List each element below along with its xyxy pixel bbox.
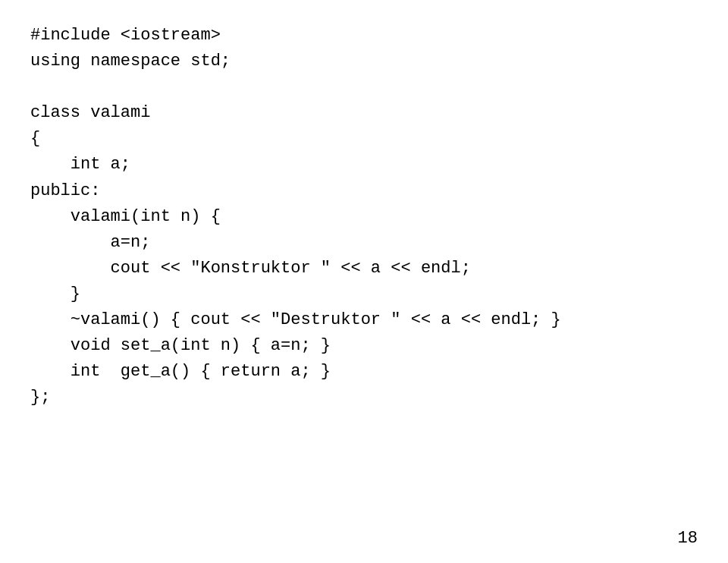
page-number: 18 <box>678 529 698 548</box>
code-block: #include <iostream> using namespace std;… <box>30 23 698 410</box>
page-container: #include <iostream> using namespace std;… <box>0 0 728 563</box>
